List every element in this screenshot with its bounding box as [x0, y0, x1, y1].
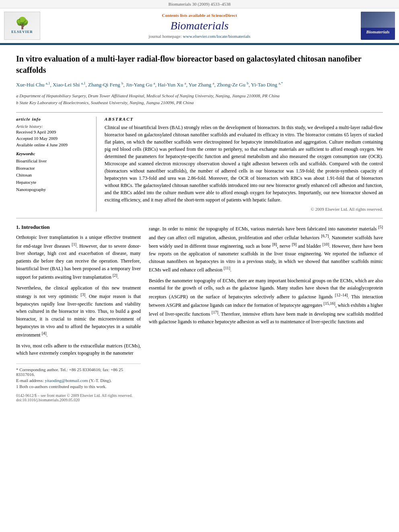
- article-footer: * Corresponding author. Tel.: +86 25 833…: [16, 364, 141, 402]
- badge-text: Biomaterials: [366, 29, 389, 34]
- affiliation-b: b State Key Laboratory of Bioelectronics…: [16, 99, 383, 106]
- doi-text: doi:10.1016/j.biomaterials.2009.05.020: [16, 398, 141, 402]
- article-info-column: article info Article history: Received 9…: [16, 117, 97, 212]
- abstract-text: Clinical use of bioartificial livers (BA…: [105, 124, 383, 203]
- email-value[interactable]: yitaoding@hotmail.com: [45, 378, 88, 383]
- sciencedirect-prefix: Contents lists available at: [162, 13, 210, 18]
- homepage-prefix: journal homepage:: [149, 34, 182, 39]
- journal-homepage: journal homepage: www.elsevier.com/locat…: [48, 34, 351, 39]
- elsevier-tree-icon: 🌳: [15, 18, 29, 29]
- authors: Xue-Hui Chu a,1, Xiao-Lei Shi a,1, Zhang…: [16, 80, 383, 89]
- journal-header: 🌳 ELSEVIER Contents lists available at S…: [0, 8, 399, 44]
- right-column: range. In order to mimic the topography …: [149, 224, 383, 402]
- keyword-1: Bioreactor: [16, 165, 90, 172]
- keyword-0: Bioartificial liver: [16, 158, 90, 165]
- keywords-label: Keywords:: [16, 151, 90, 156]
- biomaterials-badge-container: Biomaterials: [355, 12, 395, 40]
- keyword-4: Nanotopography: [16, 186, 90, 193]
- biomaterials-badge: Biomaterials: [361, 12, 395, 40]
- homepage-url[interactable]: www.elsevier.com/locate/biomaterials: [183, 34, 251, 39]
- available-date: Available online 4 June 2009: [16, 142, 90, 147]
- journal-title: Biomaterials: [48, 19, 351, 32]
- sciencedirect-name[interactable]: ScienceDirect: [211, 13, 237, 18]
- accepted-date: Accepted 10 May 2009: [16, 136, 90, 141]
- right-para-2: Besides the nanometer topography of ECMs…: [149, 277, 383, 326]
- elsevier-logo: 🌳 ELSEVIER: [4, 12, 40, 40]
- intro-para-3: In vivo, most cells adhere to the extrac…: [16, 342, 141, 357]
- affiliations: a Department of Hepatobiliary Surgery, D…: [16, 92, 383, 106]
- intro-number: 1.: [16, 224, 20, 230]
- abstract-column: abstract Clinical use of bioartificial l…: [105, 117, 383, 212]
- journal-center: Contents lists available at ScienceDirec…: [44, 13, 355, 39]
- journal-reference: Biomaterials 30 (2009) 4533–4538: [0, 0, 399, 8]
- intro-heading: 1. Introduction: [16, 224, 141, 230]
- email-label: E-mail address:: [16, 378, 44, 383]
- footnote1: 1 Both co-authors contributed equally to…: [16, 384, 141, 389]
- article-info-abstract-section: article info Article history: Received 9…: [16, 112, 383, 212]
- elsevier-label: ELSEVIER: [11, 30, 33, 34]
- article-info-title: article info: [16, 117, 90, 121]
- abstract-title: abstract: [105, 117, 383, 121]
- introduction-column: 1. Introduction Orthotopic liver transpl…: [16, 224, 141, 402]
- intro-para-1: Orthotopic liver transplantation is a un…: [16, 234, 141, 281]
- affiliation-a: a Department of Hepatobiliary Surgery, D…: [16, 92, 383, 99]
- copyright: © 2009 Elsevier Ltd. All rights reserved…: [105, 207, 383, 212]
- intro-title: Introduction: [21, 224, 50, 230]
- sciencedirect-link: Contents lists available at ScienceDirec…: [48, 13, 351, 18]
- article-title: In vitro evaluation of a multi-layer rad…: [16, 53, 383, 76]
- right-para-1: range. In order to mimic the topography …: [149, 224, 383, 274]
- email-line: E-mail address: yitaoding@hotmail.com (Y…: [16, 378, 141, 383]
- keyword-2: Chitosan: [16, 172, 90, 179]
- article-content: In vitro evaluation of a multi-layer rad…: [0, 45, 399, 410]
- history-label: Article history:: [16, 124, 90, 129]
- body-section: 1. Introduction Orthotopic liver transpl…: [16, 218, 383, 402]
- email-suffix: (Y.-T. Ding).: [89, 378, 111, 383]
- received-date: Received 9 April 2009: [16, 129, 90, 134]
- license-text: 0142-9612/$ – see front matter © 2009 El…: [16, 393, 141, 398]
- corresponding-note: * Corresponding author. Tel.: +86 25 833…: [16, 367, 141, 377]
- elsevier-logo-container: 🌳 ELSEVIER: [4, 12, 44, 40]
- topbar-text: Biomaterials 30 (2009) 4533–4538: [169, 2, 230, 6]
- keyword-3: Hepatocyte: [16, 179, 90, 186]
- intro-para-2: Nevertheless, the clinical application o…: [16, 284, 141, 339]
